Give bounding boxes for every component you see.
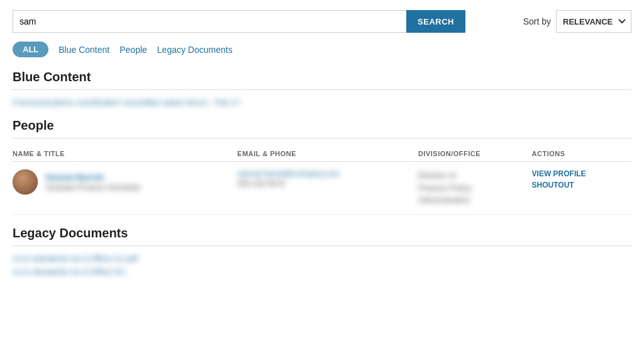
- person-phone: 555-234-5678: [237, 179, 413, 188]
- legacy-documents-title: Legacy Documents: [13, 226, 631, 240]
- legacy-documents-divider: [13, 246, 631, 246]
- filter-tabs: ALL Blue Content People Legacy Documents: [13, 42, 631, 57]
- tab-blue-content[interactable]: Blue Content: [58, 45, 109, 55]
- sort-row: Sort by RELEVANCE DATE TITLE: [523, 10, 631, 33]
- shoutout-link[interactable]: SHOUTOUT: [532, 181, 626, 189]
- people-title: People: [13, 118, 631, 133]
- avatar: [13, 169, 38, 195]
- col-actions: ACTIONS: [532, 146, 631, 162]
- sort-label: Sort by: [523, 16, 551, 26]
- search-button[interactable]: SEARCH: [406, 10, 465, 33]
- search-row: SEARCH Sort by RELEVANCE DATE TITLE: [13, 10, 631, 33]
- legacy-documents-section: Legacy Documents co.in.standards.rev.4.O…: [13, 226, 631, 276]
- person-email[interactable]: samuel.barrett@company.com: [237, 169, 413, 178]
- person-info: Samuel Barrett Assistant Finance Schedul…: [45, 172, 141, 192]
- col-division-office: DIVISION/OFFICE: [418, 146, 532, 162]
- blue-content-divider: [13, 89, 631, 90]
- person-name[interactable]: Samuel Barrett: [45, 172, 141, 182]
- people-table: NAME & TITLE EMAIL & PHONE DIVISION/OFFI…: [13, 146, 631, 215]
- legacy-link-2[interactable]: co.in.standards.rev.4.Office.IVc: [13, 267, 631, 276]
- col-name-title: NAME & TITLE: [13, 146, 237, 162]
- person-name-cell: Samuel Barrett Assistant Finance Schedul…: [13, 162, 237, 215]
- page-wrapper: SEARCH Sort by RELEVANCE DATE TITLE ALL …: [0, 0, 644, 291]
- actions-cell: VIEW PROFILE SHOUTOUT: [532, 162, 631, 215]
- division-line1: Division of: [418, 171, 456, 180]
- people-table-header-row: NAME & TITLE EMAIL & PHONE DIVISION/OFFI…: [13, 146, 631, 162]
- search-left: SEARCH: [13, 10, 465, 33]
- view-profile-link[interactable]: VIEW PROFILE: [532, 169, 626, 178]
- legacy-link-1[interactable]: co.in.standards.rev.4.Office.Co.pdf: [13, 254, 631, 263]
- division-line3: Administration: [418, 195, 470, 205]
- email-phone-cell: samuel.barrett@company.com 555-234-5678: [237, 162, 418, 215]
- blue-content-title: Blue Content: [13, 70, 631, 84]
- tab-all[interactable]: ALL: [13, 42, 48, 57]
- blue-content-section: Blue Content Communications coordination…: [13, 70, 631, 107]
- people-divider: [13, 138, 631, 139]
- col-email-phone: EMAIL & PHONE: [237, 146, 418, 162]
- people-section: People NAME & TITLE EMAIL & PHONE DIVISI…: [13, 118, 631, 215]
- sort-select[interactable]: RELEVANCE DATE TITLE: [556, 10, 631, 33]
- division-cell: Division of Finance Policy Administratio…: [418, 162, 532, 215]
- table-row: Samuel Barrett Assistant Finance Schedul…: [13, 162, 631, 215]
- tab-legacy-documents[interactable]: Legacy Documents: [157, 45, 233, 55]
- search-input[interactable]: [13, 10, 406, 33]
- tab-people[interactable]: People: [119, 45, 147, 55]
- division-line2: Finance Policy: [418, 183, 472, 193]
- blue-content-link[interactable]: Communications coordination committee st…: [13, 98, 631, 107]
- person-title: Assistant Finance Scheduler: [45, 183, 141, 192]
